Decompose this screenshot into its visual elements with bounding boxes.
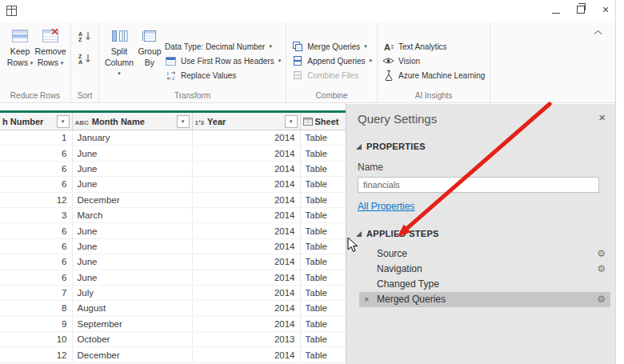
- cell-sheet[interactable]: Table: [300, 146, 346, 161]
- close-window-button[interactable]: ×: [597, 2, 614, 17]
- keep-rows-button[interactable]: Keep Rows ▾: [5, 22, 35, 90]
- cell-year[interactable]: 2014: [192, 301, 300, 316]
- gear-icon[interactable]: ⚙: [597, 246, 606, 262]
- cell-name[interactable]: June: [72, 223, 192, 238]
- vision-button[interactable]: Vision: [382, 54, 485, 68]
- text-analytics-button[interactable]: A Text Analytics: [382, 39, 485, 54]
- step-name: Navigation: [377, 263, 422, 274]
- cell-sheet[interactable]: Table: [300, 301, 346, 316]
- cell-year[interactable]: 2014: [192, 161, 300, 176]
- replace-values-button[interactable]: 1 2 Replace Values: [165, 68, 281, 82]
- gear-icon[interactable]: ⚙: [597, 292, 606, 307]
- cell-name[interactable]: June: [72, 146, 192, 161]
- restore-button[interactable]: [572, 2, 590, 17]
- cell-num[interactable]: 3: [0, 207, 72, 222]
- cell-name[interactable]: July: [72, 285, 192, 300]
- gear-icon[interactable]: ⚙: [597, 262, 606, 277]
- close-panel-icon[interactable]: ×: [598, 111, 606, 123]
- sort-descending-button[interactable]: Z A: [78, 53, 92, 68]
- cell-num[interactable]: 6: [0, 223, 72, 238]
- append-queries-button[interactable]: Append Queries ▾: [291, 54, 372, 68]
- cell-year[interactable]: 2014: [192, 316, 300, 331]
- svg-text:Z: Z: [78, 37, 82, 42]
- cell-num[interactable]: 12: [0, 192, 72, 207]
- cell-name[interactable]: June: [72, 254, 192, 270]
- cell-year[interactable]: 2014: [192, 192, 300, 207]
- applied-step[interactable]: Source⚙: [359, 246, 610, 262]
- cell-num[interactable]: 6: [0, 270, 72, 285]
- data-type-button[interactable]: Data Type: Decimal Number ▾: [165, 39, 281, 54]
- cell-sheet[interactable]: Table: [300, 285, 346, 300]
- cell-year[interactable]: 2014: [192, 146, 300, 161]
- cell-num[interactable]: 6: [0, 238, 72, 254]
- cell-year[interactable]: 2014: [192, 177, 300, 192]
- cell-num[interactable]: 6: [0, 254, 72, 270]
- applied-steps-section-header[interactable]: APPLIED STEPS: [356, 229, 615, 238]
- cell-num[interactable]: 6: [0, 161, 72, 176]
- minimize-button[interactable]: [547, 2, 565, 17]
- cell-sheet[interactable]: Table: [300, 223, 346, 238]
- cell-num[interactable]: 12: [0, 347, 72, 362]
- applied-step[interactable]: Navigation⚙: [359, 262, 610, 277]
- cell-num[interactable]: 6: [0, 146, 72, 161]
- split-column-button[interactable]: Split Column ▾: [104, 22, 134, 90]
- column-header-year[interactable]: 1²3Year ▾: [192, 113, 300, 130]
- cell-num[interactable]: 7: [0, 285, 72, 300]
- cell-name[interactable]: August: [72, 301, 192, 316]
- filter-dropdown-button[interactable]: ▾: [177, 115, 190, 128]
- cell-year[interactable]: 2014: [192, 207, 300, 222]
- cell-name[interactable]: March: [72, 207, 192, 222]
- filter-dropdown-button[interactable]: ▾: [57, 115, 70, 128]
- group-by-button[interactable]: Group By: [134, 22, 165, 90]
- cell-sheet[interactable]: Table: [300, 238, 346, 254]
- cell-num[interactable]: 9: [0, 316, 72, 331]
- cell-year[interactable]: 2013: [192, 332, 300, 347]
- cell-sheet[interactable]: Table: [300, 130, 346, 146]
- cell-sheet[interactable]: Table: [300, 161, 346, 176]
- all-properties-link[interactable]: All Properties: [358, 201, 414, 212]
- cell-name[interactable]: September: [72, 316, 192, 331]
- delete-step-icon[interactable]: ×: [364, 292, 369, 307]
- cell-name[interactable]: June: [72, 270, 192, 285]
- cell-sheet[interactable]: Table: [300, 177, 346, 192]
- cell-name[interactable]: December: [72, 192, 192, 207]
- cell-name[interactable]: October: [72, 332, 192, 347]
- cell-sheet[interactable]: Table: [300, 207, 346, 222]
- applied-step[interactable]: Changed Type: [359, 277, 610, 292]
- cell-name[interactable]: June: [72, 238, 192, 254]
- remove-rows-button[interactable]: Remove Rows ▾: [35, 22, 66, 90]
- cell-name[interactable]: June: [72, 177, 192, 192]
- cell-year[interactable]: 2014: [192, 347, 300, 362]
- column-header-sheet[interactable]: Sheet: [300, 113, 346, 130]
- cell-sheet[interactable]: Table: [300, 254, 346, 270]
- cell-num[interactable]: 8: [0, 301, 72, 316]
- query-name-input[interactable]: [358, 177, 599, 193]
- properties-section-header[interactable]: PROPERTIES: [356, 142, 615, 151]
- cell-year[interactable]: 2014: [192, 130, 300, 146]
- column-header-month-number[interactable]: h Number ▾: [0, 113, 72, 130]
- cell-sheet[interactable]: Table: [300, 270, 346, 285]
- cell-num[interactable]: 6: [0, 177, 72, 192]
- cell-sheet[interactable]: Table: [300, 347, 346, 362]
- cell-year[interactable]: 2014: [192, 238, 300, 254]
- cell-year[interactable]: 2014: [192, 285, 300, 300]
- column-header-month-name[interactable]: ABCMonth Name ▾: [72, 113, 192, 130]
- sort-ascending-button[interactable]: A Z: [78, 30, 92, 46]
- cell-sheet[interactable]: Table: [300, 192, 346, 207]
- collapse-ribbon-button[interactable]: [594, 24, 602, 38]
- cell-year[interactable]: 2014: [192, 223, 300, 238]
- cell-num[interactable]: 1: [0, 130, 72, 146]
- azure-machine-learning-button[interactable]: Azure Machine Learning: [382, 68, 485, 82]
- filter-dropdown-button[interactable]: ▾: [285, 115, 298, 128]
- cell-year[interactable]: 2014: [192, 270, 300, 285]
- cell-sheet[interactable]: Table: [300, 316, 346, 331]
- cell-name[interactable]: June: [72, 161, 192, 176]
- cell-name[interactable]: January: [72, 130, 192, 146]
- applied-step[interactable]: ×Merged Queries⚙: [359, 292, 610, 307]
- cell-sheet[interactable]: Table: [300, 332, 346, 347]
- cell-year[interactable]: 2014: [192, 254, 300, 270]
- cell-name[interactable]: December: [72, 347, 192, 362]
- use-first-row-as-headers-button[interactable]: Use First Row as Headers ▾: [165, 54, 281, 68]
- merge-queries-button[interactable]: Merge Queries ▾: [291, 39, 372, 54]
- cell-num[interactable]: 10: [0, 332, 72, 347]
